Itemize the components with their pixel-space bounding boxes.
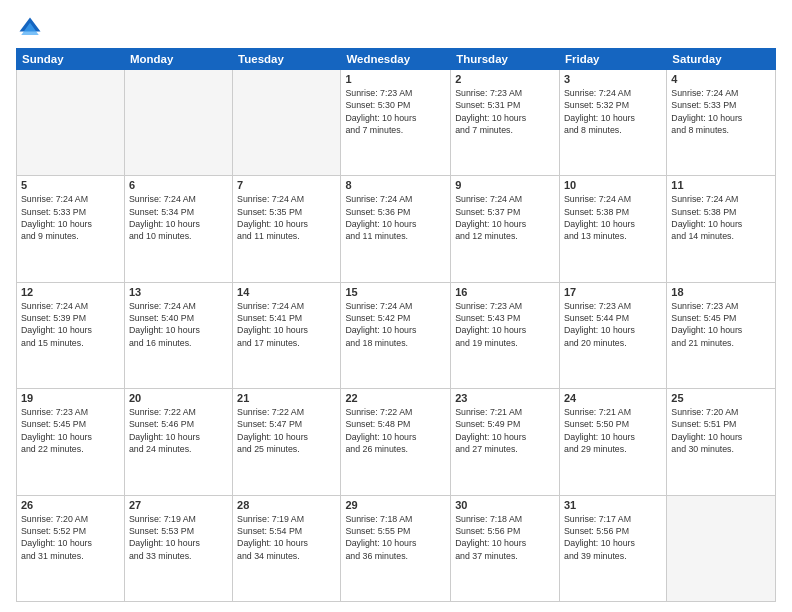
day-number: 20 <box>129 392 228 404</box>
logo-icon <box>16 14 44 42</box>
day-info: Sunrise: 7:22 AM Sunset: 5:48 PM Dayligh… <box>345 406 446 455</box>
calendar-cell: 23Sunrise: 7:21 AM Sunset: 5:49 PM Dayli… <box>451 389 560 495</box>
day-number: 4 <box>671 73 771 85</box>
calendar-week-4: 26Sunrise: 7:20 AM Sunset: 5:52 PM Dayli… <box>17 495 776 601</box>
calendar-cell: 10Sunrise: 7:24 AM Sunset: 5:38 PM Dayli… <box>559 176 666 282</box>
calendar-week-0: 1Sunrise: 7:23 AM Sunset: 5:30 PM Daylig… <box>17 70 776 176</box>
header <box>16 14 776 42</box>
day-info: Sunrise: 7:24 AM Sunset: 5:42 PM Dayligh… <box>345 300 446 349</box>
calendar-cell: 9Sunrise: 7:24 AM Sunset: 5:37 PM Daylig… <box>451 176 560 282</box>
calendar-cell: 7Sunrise: 7:24 AM Sunset: 5:35 PM Daylig… <box>233 176 341 282</box>
day-number: 31 <box>564 499 662 511</box>
day-info: Sunrise: 7:20 AM Sunset: 5:51 PM Dayligh… <box>671 406 771 455</box>
day-number: 2 <box>455 73 555 85</box>
day-number: 18 <box>671 286 771 298</box>
day-info: Sunrise: 7:24 AM Sunset: 5:33 PM Dayligh… <box>671 87 771 136</box>
calendar-cell: 18Sunrise: 7:23 AM Sunset: 5:45 PM Dayli… <box>667 282 776 388</box>
day-number: 28 <box>237 499 336 511</box>
day-info: Sunrise: 7:23 AM Sunset: 5:43 PM Dayligh… <box>455 300 555 349</box>
day-number: 3 <box>564 73 662 85</box>
day-info: Sunrise: 7:18 AM Sunset: 5:56 PM Dayligh… <box>455 513 555 562</box>
day-info: Sunrise: 7:22 AM Sunset: 5:47 PM Dayligh… <box>237 406 336 455</box>
col-header-wednesday: Wednesday <box>341 49 451 70</box>
calendar-cell: 17Sunrise: 7:23 AM Sunset: 5:44 PM Dayli… <box>559 282 666 388</box>
calendar-cell: 29Sunrise: 7:18 AM Sunset: 5:55 PM Dayli… <box>341 495 451 601</box>
calendar-week-1: 5Sunrise: 7:24 AM Sunset: 5:33 PM Daylig… <box>17 176 776 282</box>
day-info: Sunrise: 7:24 AM Sunset: 5:35 PM Dayligh… <box>237 193 336 242</box>
calendar-cell: 26Sunrise: 7:20 AM Sunset: 5:52 PM Dayli… <box>17 495 125 601</box>
day-number: 21 <box>237 392 336 404</box>
day-number: 13 <box>129 286 228 298</box>
day-info: Sunrise: 7:18 AM Sunset: 5:55 PM Dayligh… <box>345 513 446 562</box>
day-number: 16 <box>455 286 555 298</box>
calendar-cell: 2Sunrise: 7:23 AM Sunset: 5:31 PM Daylig… <box>451 70 560 176</box>
day-number: 22 <box>345 392 446 404</box>
day-number: 27 <box>129 499 228 511</box>
calendar-cell: 28Sunrise: 7:19 AM Sunset: 5:54 PM Dayli… <box>233 495 341 601</box>
day-number: 14 <box>237 286 336 298</box>
col-header-friday: Friday <box>559 49 666 70</box>
calendar-cell: 16Sunrise: 7:23 AM Sunset: 5:43 PM Dayli… <box>451 282 560 388</box>
day-info: Sunrise: 7:24 AM Sunset: 5:36 PM Dayligh… <box>345 193 446 242</box>
calendar-cell: 27Sunrise: 7:19 AM Sunset: 5:53 PM Dayli… <box>124 495 232 601</box>
calendar-cell: 12Sunrise: 7:24 AM Sunset: 5:39 PM Dayli… <box>17 282 125 388</box>
day-info: Sunrise: 7:23 AM Sunset: 5:44 PM Dayligh… <box>564 300 662 349</box>
day-info: Sunrise: 7:23 AM Sunset: 5:31 PM Dayligh… <box>455 87 555 136</box>
calendar-cell: 14Sunrise: 7:24 AM Sunset: 5:41 PM Dayli… <box>233 282 341 388</box>
calendar-cell: 31Sunrise: 7:17 AM Sunset: 5:56 PM Dayli… <box>559 495 666 601</box>
day-info: Sunrise: 7:22 AM Sunset: 5:46 PM Dayligh… <box>129 406 228 455</box>
day-info: Sunrise: 7:24 AM Sunset: 5:34 PM Dayligh… <box>129 193 228 242</box>
calendar-cell: 5Sunrise: 7:24 AM Sunset: 5:33 PM Daylig… <box>17 176 125 282</box>
calendar-cell: 13Sunrise: 7:24 AM Sunset: 5:40 PM Dayli… <box>124 282 232 388</box>
day-info: Sunrise: 7:24 AM Sunset: 5:39 PM Dayligh… <box>21 300 120 349</box>
col-header-monday: Monday <box>124 49 232 70</box>
calendar-cell: 30Sunrise: 7:18 AM Sunset: 5:56 PM Dayli… <box>451 495 560 601</box>
calendar-cell <box>233 70 341 176</box>
day-number: 12 <box>21 286 120 298</box>
day-info: Sunrise: 7:17 AM Sunset: 5:56 PM Dayligh… <box>564 513 662 562</box>
day-info: Sunrise: 7:24 AM Sunset: 5:38 PM Dayligh… <box>564 193 662 242</box>
day-number: 17 <box>564 286 662 298</box>
day-info: Sunrise: 7:24 AM Sunset: 5:41 PM Dayligh… <box>237 300 336 349</box>
day-info: Sunrise: 7:24 AM Sunset: 5:38 PM Dayligh… <box>671 193 771 242</box>
calendar-cell: 20Sunrise: 7:22 AM Sunset: 5:46 PM Dayli… <box>124 389 232 495</box>
calendar-header-row: SundayMondayTuesdayWednesdayThursdayFrid… <box>17 49 776 70</box>
day-number: 15 <box>345 286 446 298</box>
day-info: Sunrise: 7:23 AM Sunset: 5:30 PM Dayligh… <box>345 87 446 136</box>
day-number: 25 <box>671 392 771 404</box>
day-info: Sunrise: 7:20 AM Sunset: 5:52 PM Dayligh… <box>21 513 120 562</box>
day-number: 26 <box>21 499 120 511</box>
day-info: Sunrise: 7:21 AM Sunset: 5:50 PM Dayligh… <box>564 406 662 455</box>
day-number: 19 <box>21 392 120 404</box>
calendar-cell: 1Sunrise: 7:23 AM Sunset: 5:30 PM Daylig… <box>341 70 451 176</box>
calendar-cell: 21Sunrise: 7:22 AM Sunset: 5:47 PM Dayli… <box>233 389 341 495</box>
day-number: 24 <box>564 392 662 404</box>
day-info: Sunrise: 7:19 AM Sunset: 5:53 PM Dayligh… <box>129 513 228 562</box>
day-number: 1 <box>345 73 446 85</box>
day-info: Sunrise: 7:21 AM Sunset: 5:49 PM Dayligh… <box>455 406 555 455</box>
calendar-cell: 22Sunrise: 7:22 AM Sunset: 5:48 PM Dayli… <box>341 389 451 495</box>
day-number: 29 <box>345 499 446 511</box>
calendar-cell: 24Sunrise: 7:21 AM Sunset: 5:50 PM Dayli… <box>559 389 666 495</box>
col-header-sunday: Sunday <box>17 49 125 70</box>
calendar-cell: 3Sunrise: 7:24 AM Sunset: 5:32 PM Daylig… <box>559 70 666 176</box>
calendar-cell <box>667 495 776 601</box>
calendar-cell <box>124 70 232 176</box>
day-info: Sunrise: 7:24 AM Sunset: 5:32 PM Dayligh… <box>564 87 662 136</box>
calendar-cell <box>17 70 125 176</box>
day-number: 8 <box>345 179 446 191</box>
day-info: Sunrise: 7:19 AM Sunset: 5:54 PM Dayligh… <box>237 513 336 562</box>
day-info: Sunrise: 7:23 AM Sunset: 5:45 PM Dayligh… <box>21 406 120 455</box>
day-info: Sunrise: 7:24 AM Sunset: 5:37 PM Dayligh… <box>455 193 555 242</box>
col-header-tuesday: Tuesday <box>233 49 341 70</box>
calendar-cell: 4Sunrise: 7:24 AM Sunset: 5:33 PM Daylig… <box>667 70 776 176</box>
day-number: 6 <box>129 179 228 191</box>
logo <box>16 14 48 42</box>
calendar-table: SundayMondayTuesdayWednesdayThursdayFrid… <box>16 48 776 602</box>
page: SundayMondayTuesdayWednesdayThursdayFrid… <box>0 0 792 612</box>
calendar-cell: 25Sunrise: 7:20 AM Sunset: 5:51 PM Dayli… <box>667 389 776 495</box>
calendar-week-2: 12Sunrise: 7:24 AM Sunset: 5:39 PM Dayli… <box>17 282 776 388</box>
calendar-week-3: 19Sunrise: 7:23 AM Sunset: 5:45 PM Dayli… <box>17 389 776 495</box>
calendar-cell: 8Sunrise: 7:24 AM Sunset: 5:36 PM Daylig… <box>341 176 451 282</box>
day-number: 11 <box>671 179 771 191</box>
